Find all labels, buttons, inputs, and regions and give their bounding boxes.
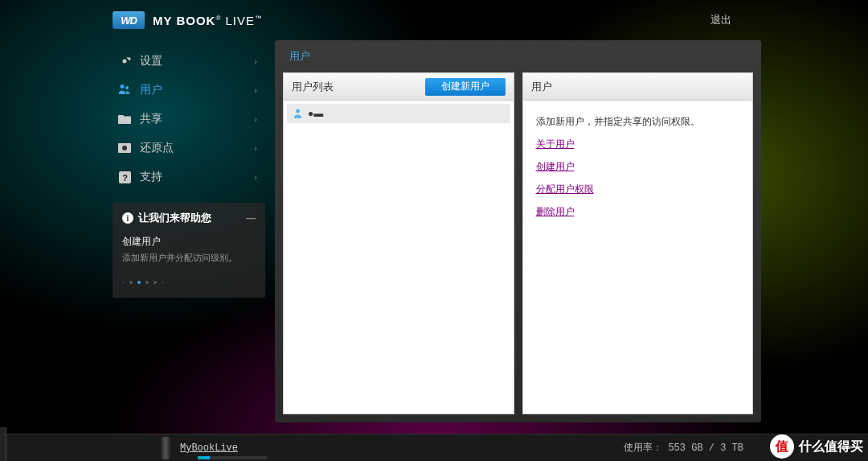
pager-dot[interactable] [154,281,157,284]
brand-thin: LIVE [225,14,255,27]
info-link-about[interactable]: 关于用户 [536,134,740,154]
card-title: 用户列表 [292,80,334,94]
nav-label: 共享 [140,112,162,126]
card-header: 用户列表 创建新用户 [284,73,514,101]
bottom-left-cap [0,427,6,461]
watermark-badge-icon: 值 [770,434,794,459]
help-pager: ‹ › [122,278,256,286]
usage-label: 使用率： [624,442,662,454]
help-subtitle: 创建用户 [122,235,256,249]
user-info-card: 用户 添加新用户，并指定共享的访问权限。 关于用户 创建用户 分配用户权限 删除… [522,72,754,414]
card-title: 用户 [531,80,552,94]
brand-bold: MY BOOK [153,14,215,27]
help-title: 让我们来帮助您 [138,211,211,225]
brand-text: MY BOOK® LIVE™ [153,14,262,27]
user-row[interactable]: ●▬ [287,104,510,123]
help-panel: i 让我们来帮助您 — 创建用户 添加新用户并分配访问级别。 ‹ › [113,203,265,298]
logout-link[interactable]: 退出 [710,13,731,27]
content-panel: 用户 用户列表 创建新用户 ●▬ 用 [275,40,761,422]
drive-handle-icon[interactable] [161,437,170,459]
pager-prev-icon[interactable]: ‹ [122,278,125,286]
help-header: i 让我们来帮助您 — [122,211,256,225]
usage-text: 使用率： 553 GB / 3 TB [624,441,743,455]
info-link-delete[interactable]: 删除用户 [536,202,740,221]
help-desc: 添加新用户并分配访问级别。 [122,252,256,264]
svg-point-4 [296,109,300,113]
nav-item-safepoints[interactable]: 还原点 › [113,134,265,163]
users-icon [117,83,132,97]
usage-bar-fill [198,456,210,459]
pager-dot[interactable] [137,281,141,284]
watermark: 值 什么值得买 [770,434,863,459]
svg-point-1 [122,146,127,150]
nav-item-shares[interactable]: 共享 › [113,105,265,134]
nav-label: 用户 [140,83,162,97]
chevron-right-icon: › [254,114,257,124]
pager-next-icon[interactable]: › [162,278,164,286]
info-icon: i [122,212,133,224]
watermark-text: 什么值得买 [799,438,863,455]
restore-icon [117,141,132,155]
create-user-button[interactable]: 创建新用户 [425,78,506,96]
wd-logo: WD [113,11,145,29]
sidebar: 设置 › 用户 › 共享 › 还原点 › ? [113,40,265,422]
chevron-right-icon: › [254,172,257,182]
bottom-bar: MyBookLive 使用率： 553 GB / 3 TB [0,434,868,461]
nav-item-settings[interactable]: 设置 › [113,47,265,76]
user-list: ●▬ [284,101,514,126]
chevron-right-icon: › [254,85,257,95]
info-link-create[interactable]: 创建用户 [536,157,740,176]
info-body: 添加新用户，并指定共享的访问权限。 关于用户 创建用户 分配用户权限 删除用户 [523,101,753,233]
info-desc: 添加新用户，并指定共享的访问权限。 [536,112,740,131]
user-list-card: 用户列表 创建新用户 ●▬ [283,72,514,414]
info-link-assign[interactable]: 分配用户权限 [536,179,740,199]
user-icon [293,109,303,118]
nav-label: 支持 [140,170,162,184]
usage-value: 553 GB / 3 TB [668,442,743,454]
gear-icon [117,54,132,68]
card-header: 用户 [523,73,753,101]
nav-label: 还原点 [140,141,174,155]
usage-bar [198,456,267,459]
help-icon: ? [117,170,132,184]
chevron-right-icon: › [254,56,257,66]
user-name: ●▬ [308,108,323,119]
nav-item-support[interactable]: ? 支持 › [113,163,265,191]
pager-dot[interactable] [145,281,149,284]
drive-name[interactable]: MyBookLive [180,442,238,454]
nav-item-users[interactable]: 用户 › [113,76,265,105]
collapse-icon[interactable]: — [246,212,256,224]
breadcrumb: 用户 [275,40,761,72]
pager-dot[interactable] [129,281,133,284]
chevron-right-icon: › [254,143,257,153]
breadcrumb-current: 用户 [289,49,310,64]
folder-icon [117,112,132,126]
svg-text:?: ? [122,172,128,182]
top-bar: WD MY BOOK® LIVE™ 退出 [0,0,868,40]
nav-label: 设置 [140,54,162,68]
